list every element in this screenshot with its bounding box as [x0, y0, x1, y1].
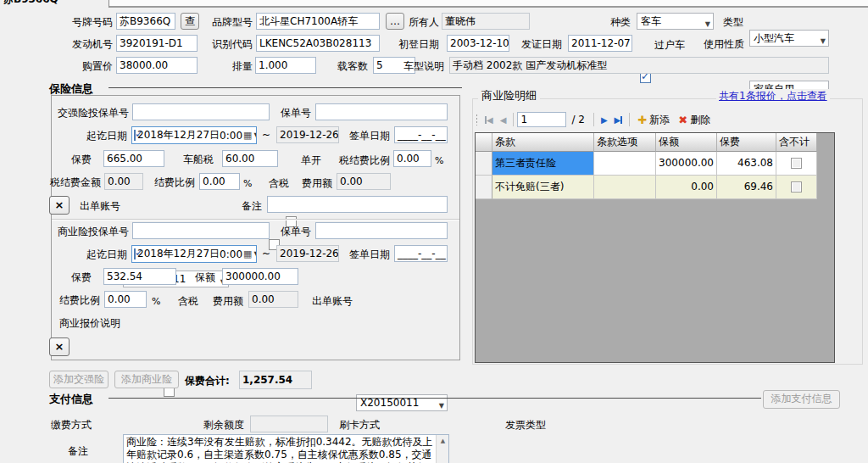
nodeduct-checkbox[interactable]: [791, 158, 802, 169]
issue-input[interactable]: 2011-12-07: [568, 35, 632, 52]
commercial-policyno-input[interactable]: [315, 222, 448, 239]
first-reg-label: 初登日期: [388, 37, 439, 51]
cell-amount[interactable]: 300000.00: [656, 152, 717, 176]
quote-scrollbar[interactable]: ▲ ▼: [436, 435, 448, 463]
compulsory-premium-input[interactable]: 665.00: [103, 150, 164, 167]
compulsory-sign-input[interactable]: ____-__-__: [394, 126, 448, 143]
type-label: 类型: [716, 15, 743, 29]
invoice-type-label: 发票类型: [502, 418, 546, 432]
compulsory-start-datepicker[interactable]: 2018年12月27日 0:00 ▦ ▼: [131, 126, 257, 144]
plate-search-button[interactable]: 查: [181, 13, 199, 30]
quota-label: 剩余额度: [200, 418, 244, 432]
kind-select[interactable]: 客车▼: [637, 13, 714, 30]
price-input[interactable]: 38000.00: [116, 57, 198, 74]
commercial-fee-label: 费用额: [206, 294, 243, 308]
commercial-period-checkbox[interactable]: [134, 248, 136, 259]
brand-more-button[interactable]: …: [386, 13, 404, 30]
plate-label: 号牌号码: [45, 15, 113, 29]
nodeduct-checkbox[interactable]: [791, 181, 802, 192]
insurance-entry-window: 苏B9366Q 号牌号码 苏B9366Q 查 品牌型号 北斗星CH7100A轿车…: [0, 0, 868, 463]
compulsory-clear-button[interactable]: ×: [49, 196, 70, 215]
quote-desc-box[interactable]: 商业险：连续3年没有发生赔款，标准折扣0.3442。无赔款优待及上年赔款记录0.…: [123, 434, 449, 463]
compulsory-appno-input[interactable]: [132, 103, 270, 120]
nav-last-button[interactable]: ▶: [611, 112, 626, 127]
chevron-down-icon[interactable]: ▼: [253, 250, 257, 258]
compulsory-settle-rate-input[interactable]: 0.00: [199, 173, 240, 190]
commercial-amount-input[interactable]: 300000.00: [222, 268, 298, 285]
tax-amount-label: 税结费金额: [47, 176, 101, 189]
type-select[interactable]: 小型汽车▼: [749, 30, 829, 47]
compulsory-period-checkbox[interactable]: [134, 130, 136, 141]
commercial-start-datepicker[interactable]: 2018年12月27日 0:00 ▦ ▼: [131, 245, 257, 263]
col-nodeduct[interactable]: 含不计: [776, 133, 817, 152]
commercial-settle-rate-input[interactable]: 0.00: [104, 291, 147, 308]
brand-input[interactable]: 北斗星CH7100A轿车: [256, 13, 380, 30]
commercial-premium-input[interactable]: 532.54: [103, 268, 176, 285]
quote-count-link[interactable]: 共有1条报价，点击查看: [716, 89, 830, 103]
cell-clause[interactable]: 不计免赔(三者): [492, 176, 594, 199]
insurance-section-rule: [108, 87, 462, 88]
page-number-input[interactable]: 1: [517, 112, 566, 127]
commercial-policyno-label: 保单号: [274, 225, 311, 238]
commercial-clear-button[interactable]: ×: [49, 337, 70, 356]
delete-row-button[interactable]: ✖删除: [674, 113, 715, 127]
col-premium[interactable]: 保费: [717, 133, 776, 152]
payment-section-rule: [108, 398, 761, 399]
model-desc-field: 手动档 2002款 国产发动机标准型: [449, 57, 829, 74]
row-selector[interactable]: [476, 176, 492, 199]
cell-nodeduct[interactable]: [776, 176, 817, 199]
compulsory-policyno-input[interactable]: [315, 103, 448, 120]
col-clause[interactable]: 条款: [492, 133, 594, 152]
cell-clause[interactable]: 第三者责任险: [492, 152, 594, 176]
cell-option[interactable]: [594, 152, 656, 176]
add-commercial-button[interactable]: 添加商业险: [114, 371, 179, 388]
calendar-icon: ▦: [243, 248, 252, 259]
add-row-button[interactable]: ✚新添: [633, 113, 674, 127]
nav-prev-button[interactable]: ◀: [497, 112, 510, 127]
table-row[interactable]: 第三者责任险 300000.00 463.08: [476, 152, 834, 176]
compulsory-remark-input[interactable]: [267, 196, 448, 213]
commercial-appno-input[interactable]: [132, 222, 270, 239]
engine-input[interactable]: 3920191-D1: [116, 35, 198, 52]
clause-grid: 条款 条款选项 保额 保费 含不计 第三者责任险 300000.00 463.0…: [475, 132, 835, 363]
separate-label: 单开: [301, 153, 321, 167]
first-reg-input[interactable]: 2003-12-10: [447, 35, 509, 52]
col-option[interactable]: 条款选项: [594, 133, 656, 152]
toolbar-grip[interactable]: [476, 114, 478, 126]
chevron-down-icon[interactable]: ▼: [253, 131, 257, 139]
compulsory-premium-label: 保费: [53, 153, 92, 166]
add-compulsory-button[interactable]: 添加交强险: [49, 371, 108, 388]
cell-premium[interactable]: 69.46: [717, 176, 776, 199]
issue-label: 发证日期: [515, 37, 562, 51]
price-label: 购置价: [45, 59, 113, 73]
compulsory-account-label: 出单账号: [76, 199, 120, 213]
add-payment-button[interactable]: 添加支付信息: [763, 390, 840, 409]
detail-toolbar: ◀ ◀ 1 / 2 ▶ ▶ ✚新添 ✖删除: [475, 110, 831, 129]
commercial-account-label: 出单账号: [309, 294, 353, 308]
cell-option[interactable]: [594, 176, 656, 199]
scroll-up-icon[interactable]: ▲: [437, 435, 448, 447]
vin-input[interactable]: LKENC52A03B028113: [256, 35, 380, 52]
nav-next-button[interactable]: ▶: [598, 112, 611, 127]
commercial-sign-input[interactable]: ____-__-__: [394, 245, 448, 262]
tax-rate-input[interactable]: 0.00: [393, 150, 431, 167]
commercial-account-select[interactable]: X20150011▼: [356, 394, 448, 411]
displacement-input[interactable]: 1.000: [255, 57, 316, 74]
compulsory-end-date-field: 2019-12-26: [276, 126, 339, 143]
tax-rate-percent: %: [435, 154, 443, 168]
col-amount[interactable]: 保额: [656, 133, 717, 152]
table-row[interactable]: 不计免赔(三者) 0.00 69.46: [476, 176, 834, 199]
cell-amount[interactable]: 0.00: [656, 176, 717, 199]
displacement-label: 排量: [222, 59, 253, 73]
vehicle-tax-input[interactable]: 60.00: [222, 150, 278, 167]
active-tab-label: 苏B9366Q: [3, 0, 58, 7]
plate-input[interactable]: 苏B9366Q: [116, 13, 175, 30]
grid-header-row: 条款 条款选项 保额 保费 含不计: [476, 133, 834, 152]
commercial-tax-incl-label: 含税: [178, 294, 198, 308]
active-tab[interactable]: 苏B9366Q: [0, 0, 109, 8]
nav-first-button[interactable]: ◀: [481, 112, 497, 127]
cell-nodeduct[interactable]: [776, 152, 817, 176]
commercial-end-date-field: 2019-12-26: [276, 245, 339, 262]
row-selector[interactable]: [476, 152, 492, 176]
cell-premium[interactable]: 463.08: [717, 152, 776, 176]
